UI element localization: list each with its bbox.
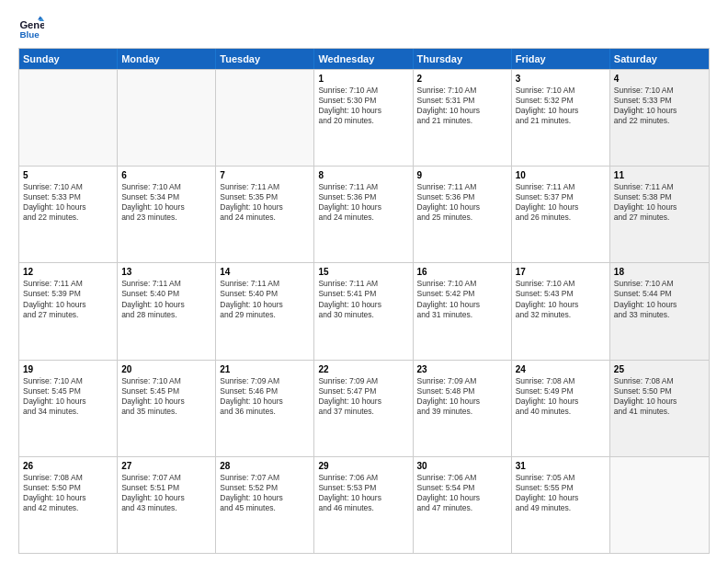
day-number: 13 (121, 266, 211, 278)
day-info: Daylight: 10 hours (417, 106, 507, 116)
calendar-cell: 12Sunrise: 7:11 AMSunset: 5:39 PMDayligh… (19, 263, 118, 359)
day-info: Sunset: 5:45 PM (23, 386, 113, 396)
calendar-row: 1Sunrise: 7:10 AMSunset: 5:30 PMDaylight… (19, 69, 709, 166)
day-info: Daylight: 10 hours (417, 493, 507, 503)
day-info: Daylight: 10 hours (220, 300, 310, 310)
day-info: Daylight: 10 hours (318, 493, 408, 503)
day-info: and 39 minutes. (417, 407, 507, 417)
day-info: and 37 minutes. (318, 407, 408, 417)
day-info: Daylight: 10 hours (220, 396, 310, 407)
day-info: Sunrise: 7:06 AM (417, 473, 507, 483)
day-info: Sunset: 5:38 PM (614, 192, 705, 202)
calendar-cell (610, 457, 709, 553)
calendar-cell: 21Sunrise: 7:09 AMSunset: 5:46 PMDayligh… (216, 361, 314, 456)
calendar-cell: 22Sunrise: 7:09 AMSunset: 5:47 PMDayligh… (314, 361, 413, 456)
day-info: Daylight: 10 hours (614, 396, 705, 407)
day-info: Sunrise: 7:10 AM (516, 86, 606, 96)
day-info: Sunrise: 7:08 AM (614, 376, 705, 386)
calendar: SundayMondayTuesdayWednesdayThursdayFrid… (18, 48, 710, 554)
day-number: 8 (318, 169, 408, 181)
day-info: Sunrise: 7:05 AM (516, 473, 606, 483)
day-info: Sunrise: 7:06 AM (318, 473, 408, 483)
day-info: Sunrise: 7:11 AM (121, 279, 211, 289)
calendar-cell: 31Sunrise: 7:05 AMSunset: 5:55 PMDayligh… (512, 457, 610, 553)
weekday-header: Wednesday (314, 49, 413, 69)
calendar-cell: 3Sunrise: 7:10 AMSunset: 5:32 PMDaylight… (512, 70, 610, 166)
day-info: Daylight: 10 hours (23, 202, 113, 213)
day-info: Sunrise: 7:07 AM (121, 473, 211, 483)
day-info: and 20 minutes. (318, 116, 408, 126)
day-info: Sunrise: 7:10 AM (614, 279, 705, 289)
day-info: Daylight: 10 hours (417, 300, 507, 310)
day-info: and 45 minutes. (220, 503, 310, 513)
day-number: 3 (516, 73, 606, 85)
day-number: 16 (417, 266, 507, 278)
calendar-cell: 4Sunrise: 7:10 AMSunset: 5:33 PMDaylight… (610, 70, 709, 166)
day-info: Sunrise: 7:10 AM (121, 376, 211, 386)
day-info: and 33 minutes. (614, 310, 705, 320)
day-info: Sunset: 5:50 PM (614, 386, 705, 396)
day-number: 2 (417, 73, 507, 85)
day-number: 12 (23, 266, 113, 278)
day-number: 28 (220, 460, 310, 472)
day-info: Sunset: 5:33 PM (614, 96, 705, 106)
day-info: Sunset: 5:53 PM (318, 483, 408, 493)
day-info: Sunrise: 7:11 AM (417, 182, 507, 192)
day-number: 4 (614, 73, 705, 85)
day-number: 23 (417, 363, 507, 375)
day-info: Daylight: 10 hours (417, 396, 507, 407)
day-info: Sunset: 5:37 PM (516, 192, 606, 202)
calendar-row: 19Sunrise: 7:10 AMSunset: 5:45 PMDayligh… (19, 360, 709, 456)
weekday-header: Saturday (610, 49, 709, 69)
day-number: 7 (220, 169, 310, 181)
day-info: Sunrise: 7:11 AM (614, 182, 705, 192)
calendar-cell: 17Sunrise: 7:10 AMSunset: 5:43 PMDayligh… (512, 263, 610, 359)
day-info: and 26 minutes. (516, 213, 606, 223)
day-number: 17 (516, 266, 606, 278)
day-info: Sunset: 5:47 PM (318, 386, 408, 396)
day-number: 9 (417, 169, 507, 181)
weekday-header: Friday (512, 49, 610, 69)
day-info: and 27 minutes. (614, 213, 705, 223)
day-info: Daylight: 10 hours (516, 300, 606, 310)
calendar-row: 5Sunrise: 7:10 AMSunset: 5:33 PMDaylight… (19, 166, 709, 262)
day-info: Sunset: 5:44 PM (614, 289, 705, 299)
calendar-cell: 10Sunrise: 7:11 AMSunset: 5:37 PMDayligh… (512, 167, 610, 262)
day-info: Sunset: 5:42 PM (417, 289, 507, 299)
day-info: Sunrise: 7:08 AM (516, 376, 606, 386)
day-info: and 49 minutes. (516, 503, 606, 513)
day-info: Daylight: 10 hours (121, 202, 211, 213)
day-info: and 40 minutes. (516, 407, 606, 417)
day-number: 14 (220, 266, 310, 278)
day-info: Sunset: 5:35 PM (220, 192, 310, 202)
day-number: 29 (318, 460, 408, 472)
day-info: Sunrise: 7:11 AM (318, 279, 408, 289)
day-number: 27 (121, 460, 211, 472)
day-info: Sunrise: 7:08 AM (23, 473, 113, 483)
calendar-cell: 24Sunrise: 7:08 AMSunset: 5:49 PMDayligh… (512, 361, 610, 456)
day-number: 26 (23, 460, 113, 472)
day-info: and 32 minutes. (516, 310, 606, 320)
day-info: and 43 minutes. (121, 503, 211, 513)
day-info: Sunset: 5:39 PM (23, 289, 113, 299)
day-info: Sunset: 5:43 PM (516, 289, 606, 299)
day-info: Sunset: 5:34 PM (121, 192, 211, 202)
calendar-cell: 29Sunrise: 7:06 AMSunset: 5:53 PMDayligh… (314, 457, 413, 553)
day-number: 31 (516, 460, 606, 472)
day-info: and 24 minutes. (318, 213, 408, 223)
day-number: 5 (23, 169, 113, 181)
day-info: Daylight: 10 hours (121, 493, 211, 503)
day-info: and 21 minutes. (417, 116, 507, 126)
calendar-cell: 14Sunrise: 7:11 AMSunset: 5:40 PMDayligh… (216, 263, 314, 359)
calendar-cell: 20Sunrise: 7:10 AMSunset: 5:45 PMDayligh… (118, 361, 216, 456)
weekday-header: Sunday (19, 49, 118, 69)
day-info: Sunrise: 7:10 AM (417, 86, 507, 96)
day-info: Sunrise: 7:10 AM (614, 86, 705, 96)
calendar-cell: 16Sunrise: 7:10 AMSunset: 5:42 PMDayligh… (414, 263, 512, 359)
day-info: Sunset: 5:48 PM (417, 386, 507, 396)
day-info: and 23 minutes. (121, 213, 211, 223)
day-info: Daylight: 10 hours (516, 202, 606, 213)
day-info: Daylight: 10 hours (516, 396, 606, 407)
day-info: and 34 minutes. (23, 407, 113, 417)
calendar-body: 1Sunrise: 7:10 AMSunset: 5:30 PMDaylight… (19, 69, 709, 553)
